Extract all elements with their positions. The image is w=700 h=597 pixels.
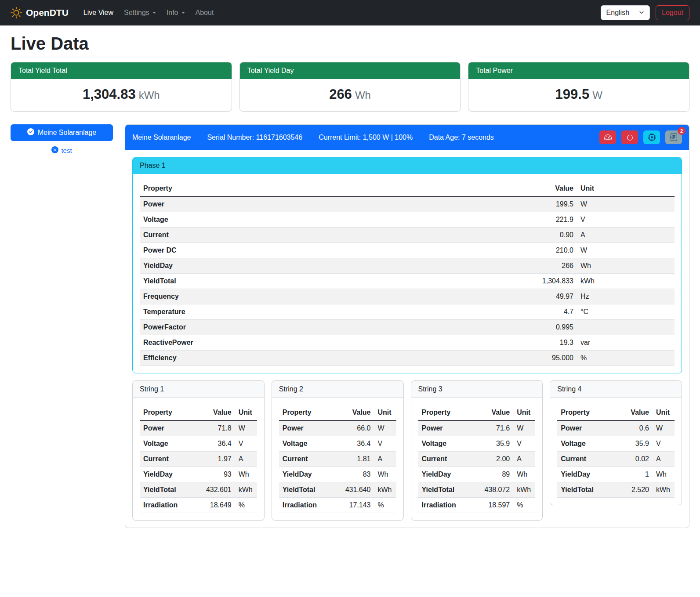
property-cell: Irradiation: [140, 498, 193, 513]
navbar: OpenDTU Live View Settings Info About En…: [0, 0, 700, 25]
phase-card-title: Phase 1: [133, 157, 682, 174]
property-cell: Voltage: [418, 436, 472, 452]
table-row: YieldTotal431.640kWh: [279, 482, 396, 498]
value-cell: 266: [401, 258, 577, 274]
unit-cell: Wh: [577, 258, 675, 274]
unit-cell: °C: [577, 304, 675, 320]
property-cell: Power DC: [140, 243, 401, 258]
summary-card-total-yield-total: Total Yield Total 1,304.83kWh: [11, 62, 232, 112]
value-cell: 199.5: [401, 196, 577, 212]
cpu-icon: [648, 134, 656, 141]
unit-cell: A: [513, 452, 535, 467]
unit-cell: A: [577, 228, 675, 243]
sidebar-inverter-label: Meine Solaranlage: [38, 129, 96, 137]
table-row: Power199.5W: [140, 196, 675, 212]
nav-live-view[interactable]: Live View: [78, 5, 119, 20]
table-row: Voltage221.9V: [140, 212, 675, 228]
column-header-value: Value: [193, 405, 235, 420]
nav-live-view-label: Live View: [83, 9, 113, 17]
unit-cell: W: [577, 243, 675, 258]
value-cell: 4.7: [401, 304, 577, 320]
unit-cell: kWh: [653, 482, 675, 498]
value-cell: 95.000: [401, 351, 577, 366]
summary-value: 266: [329, 87, 352, 102]
column-header-property: Property: [418, 405, 472, 420]
column-header-property: Property: [557, 405, 615, 420]
column-header-unit: Unit: [513, 405, 535, 420]
summary-card-total-power: Total Power 199.5W: [468, 62, 689, 112]
device-info-button[interactable]: [643, 130, 660, 144]
table-header-row: PropertyValueUnit: [557, 405, 675, 420]
summary-row: Total Yield Total 1,304.83kWh Total Yiel…: [11, 62, 689, 112]
value-cell: 0.995: [401, 320, 577, 335]
sidebar-group-tag[interactable]: test: [11, 146, 113, 155]
sidebar-inverter-button[interactable]: Meine Solaranlage: [11, 124, 113, 141]
property-cell: YieldTotal: [279, 482, 333, 498]
table-row: YieldTotal432.601kWh: [140, 482, 257, 498]
table-row: Irradiation17.143%: [279, 498, 396, 513]
table-row: YieldDay1Wh: [557, 467, 675, 482]
property-cell: Efficiency: [140, 351, 401, 366]
value-cell: 71.8: [193, 420, 235, 436]
x-circle-icon: [51, 146, 58, 155]
value-cell: 0.90: [401, 228, 577, 243]
string-card-body: PropertyValueUnit Power71.8WVoltage36.4V…: [133, 398, 264, 520]
unit-cell: Wh: [235, 467, 257, 482]
language-select[interactable]: English: [601, 5, 650, 20]
value-cell: 83: [332, 467, 374, 482]
table-header-row: PropertyValueUnit: [140, 405, 257, 420]
nav-settings[interactable]: Settings: [119, 5, 161, 20]
check-circle-icon: [27, 128, 34, 137]
event-log-button[interactable]: 2: [665, 130, 682, 144]
sidebar: Meine Solaranlage test: [11, 124, 113, 155]
value-cell: 19.3: [401, 335, 577, 351]
value-cell: 18.597: [472, 498, 513, 513]
journal-icon: [670, 134, 678, 141]
summary-card-total-yield-day: Total Yield Day 266Wh: [239, 62, 461, 112]
property-cell: Voltage: [279, 436, 333, 452]
column-header-value: Value: [472, 405, 513, 420]
unit-cell: [577, 320, 675, 335]
power-settings-button[interactable]: [621, 130, 638, 144]
limit-settings-button[interactable]: [599, 130, 616, 144]
table-header-row: PropertyValueUnit: [418, 405, 536, 420]
property-cell: YieldDay: [418, 467, 472, 482]
nav-info[interactable]: Info: [161, 5, 190, 20]
property-cell: Current: [279, 452, 333, 467]
table-row: Frequency49.97Hz: [140, 289, 675, 304]
table-row: Voltage35.9V: [557, 436, 675, 452]
unit-cell: V: [235, 436, 257, 452]
inverter-header-actions: 2: [599, 130, 682, 144]
string-card-title: String 3: [411, 381, 543, 398]
property-cell: Irradiation: [279, 498, 333, 513]
property-cell: Power: [557, 420, 615, 436]
brand[interactable]: OpenDTU: [11, 7, 69, 18]
column-header-property: Property: [279, 405, 333, 420]
unit-cell: W: [513, 420, 535, 436]
property-cell: Temperature: [140, 304, 401, 320]
property-cell: Power: [140, 196, 401, 212]
unit-cell: kWh: [235, 482, 257, 498]
table-row: Efficiency95.000%: [140, 351, 675, 366]
property-cell: YieldTotal: [418, 482, 472, 498]
table-row: Temperature4.7°C: [140, 304, 675, 320]
nav-about[interactable]: About: [190, 5, 219, 20]
table-row: YieldTotal1,304.833kWh: [140, 274, 675, 289]
value-cell: 0.6: [616, 420, 653, 436]
language-select-value: English: [606, 9, 629, 17]
column-header-unit: Unit: [653, 405, 675, 420]
string-card-body: PropertyValueUnit Power0.6WVoltage35.9VC…: [550, 398, 682, 505]
column-header-property: Property: [140, 181, 401, 196]
logout-button[interactable]: Logout: [656, 5, 689, 20]
unit-cell: V: [513, 436, 535, 452]
unit-cell: %: [235, 498, 257, 513]
property-cell: Voltage: [140, 212, 401, 228]
table-row: Irradiation18.597%: [418, 498, 536, 513]
value-cell: 2.520: [616, 482, 653, 498]
unit-cell: kWh: [577, 274, 675, 289]
property-cell: YieldDay: [140, 258, 401, 274]
property-cell: YieldDay: [140, 467, 193, 482]
string-table: PropertyValueUnit Power71.6WVoltage35.9V…: [418, 405, 536, 513]
summary-unit: W: [592, 89, 602, 101]
table-row: Power66.0W: [279, 420, 396, 436]
